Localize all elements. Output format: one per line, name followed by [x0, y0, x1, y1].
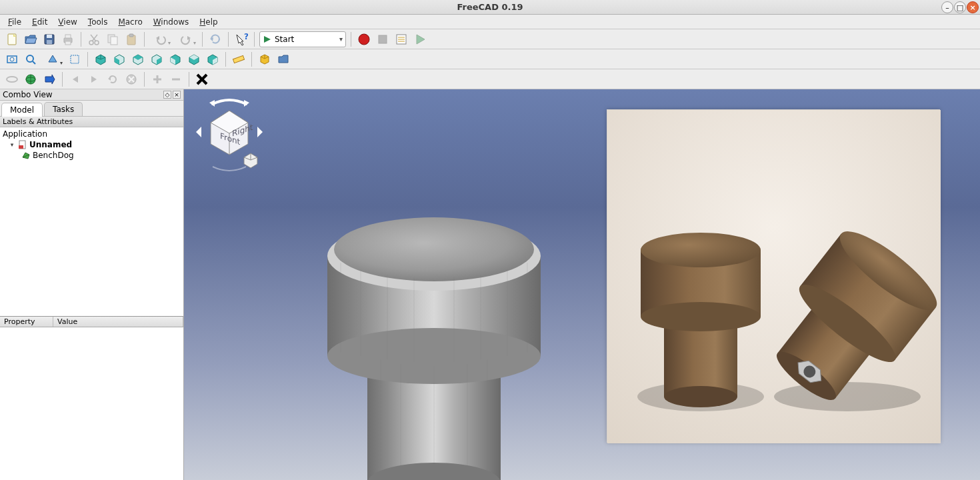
3d-viewport[interactable]: Front Right: [184, 89, 980, 480]
property-list[interactable]: [0, 327, 183, 480]
workbench-selector[interactable]: Start ▾: [259, 31, 346, 47]
paste-button[interactable]: [123, 31, 139, 47]
create-group-button[interactable]: [275, 51, 291, 67]
globe-icon: [24, 73, 37, 86]
link-stop-button[interactable]: [123, 71, 139, 87]
navigation-cube[interactable]: Front Right: [189, 92, 269, 172]
cut-button[interactable]: [86, 31, 102, 47]
undo-button[interactable]: [149, 31, 172, 47]
bottom-cube-icon: [187, 53, 201, 66]
titlebar: FreeCAD 0.19 – □ ×: [0, 0, 980, 15]
menu-file[interactable]: File: [3, 16, 27, 28]
make-link-button[interactable]: [4, 71, 20, 87]
tab-model[interactable]: Model: [1, 103, 43, 117]
svg-rect-57: [19, 145, 23, 149]
fit-all-button[interactable]: [4, 51, 20, 67]
minus-icon: [169, 73, 183, 86]
menu-edit[interactable]: Edit: [27, 16, 53, 28]
view-isometric-button[interactable]: [93, 51, 109, 67]
link-back-button[interactable]: [67, 71, 83, 87]
draw-style-icon: [46, 53, 59, 66]
close-button[interactable]: ×: [967, 1, 979, 13]
svg-rect-4: [47, 40, 52, 44]
link-forward-button[interactable]: [86, 71, 102, 87]
panel-close-button[interactable]: ×: [173, 91, 181, 99]
minimize-button[interactable]: –: [941, 1, 953, 13]
open-file-button[interactable]: [23, 31, 39, 47]
macro-edit-button[interactable]: [393, 31, 409, 47]
new-file-button[interactable]: [4, 31, 20, 47]
measure-button[interactable]: [231, 51, 247, 67]
tree-document[interactable]: ▾ Unnamed: [3, 139, 181, 150]
toolbar-view: [0, 49, 980, 69]
menu-view[interactable]: View: [53, 16, 82, 28]
tree-item-label: BenchDog: [33, 150, 74, 161]
link-add-button[interactable]: [149, 71, 165, 87]
part-icon: [258, 53, 271, 66]
combo-tabs: Model Tasks: [0, 101, 183, 117]
create-part-button[interactable]: [257, 51, 273, 67]
property-header-row: Property Value: [0, 317, 183, 327]
view-front-button[interactable]: [111, 51, 127, 67]
svg-marker-27: [417, 35, 425, 44]
property-column-header[interactable]: Property: [0, 317, 53, 327]
tree-root-application[interactable]: Application: [3, 129, 181, 139]
svg-point-96: [641, 233, 761, 267]
link-remove-button[interactable]: [168, 71, 184, 87]
tree-expand-icon[interactable]: ▾: [8, 141, 16, 149]
view-top-button[interactable]: [130, 51, 146, 67]
fit-selection-button[interactable]: [23, 51, 39, 67]
toolbar-file: ? Start ▾: [0, 29, 980, 49]
nav-forward-icon: [87, 73, 101, 86]
svg-rect-15: [129, 34, 133, 37]
tree-document-label: Unnamed: [29, 139, 72, 150]
link-refresh-button[interactable]: [105, 71, 121, 87]
svg-point-30: [27, 55, 33, 62]
new-file-icon: [5, 33, 19, 46]
link-stop-icon: [125, 73, 138, 86]
main-area: Combo View ◇ × Model Tasks Labels & Attr…: [0, 89, 980, 480]
redo-button[interactable]: [175, 31, 197, 47]
save-button[interactable]: [41, 31, 57, 47]
svg-text:?: ?: [244, 33, 248, 41]
svg-point-93: [664, 386, 737, 407]
refresh-button[interactable]: [207, 31, 223, 47]
cut-icon: [87, 33, 101, 46]
undo-icon: [154, 33, 167, 46]
front-cube-icon: [113, 53, 126, 66]
link-actions-button[interactable]: [194, 71, 210, 87]
view-rear-button[interactable]: [167, 51, 183, 67]
view-right-button[interactable]: [149, 51, 165, 67]
menu-windows[interactable]: Windows: [148, 16, 195, 28]
labels-attributes-header: Labels & Attributes: [0, 117, 183, 127]
window-title: FreeCAD 0.19: [457, 2, 523, 12]
bounding-box-button[interactable]: [67, 51, 83, 67]
view-left-button[interactable]: [205, 51, 221, 67]
svg-marker-45: [73, 76, 78, 83]
play-icon: [413, 33, 427, 46]
draw-style-button[interactable]: [41, 51, 64, 67]
link-nav-forward-button[interactable]: [41, 71, 57, 87]
copy-button[interactable]: [105, 31, 121, 47]
svg-rect-36: [233, 55, 244, 63]
folder-icon: [277, 53, 290, 66]
fit-all-icon: [5, 53, 19, 66]
make-sub-link-button[interactable]: [23, 71, 39, 87]
menu-macro[interactable]: Macro: [113, 16, 147, 28]
value-column-header[interactable]: Value: [53, 317, 183, 327]
macro-record-button[interactable]: [356, 31, 372, 47]
svg-point-21: [359, 34, 369, 45]
tree-item-benchdog[interactable]: BenchDog: [3, 150, 181, 161]
macro-play-button[interactable]: [412, 31, 428, 47]
tree-root-label: Application: [3, 129, 47, 139]
tab-tasks[interactable]: Tasks: [44, 102, 83, 116]
panel-undock-button[interactable]: ◇: [163, 91, 171, 99]
menu-help[interactable]: Help: [194, 16, 223, 28]
menu-tools[interactable]: Tools: [83, 16, 113, 28]
whats-this-button[interactable]: ?: [233, 31, 249, 47]
view-bottom-button[interactable]: [186, 51, 202, 67]
tree-view[interactable]: Application ▾ Unnamed BenchDog: [0, 127, 183, 316]
print-button[interactable]: [60, 31, 76, 47]
macro-stop-button[interactable]: [375, 31, 391, 47]
maximize-button[interactable]: □: [954, 1, 966, 13]
